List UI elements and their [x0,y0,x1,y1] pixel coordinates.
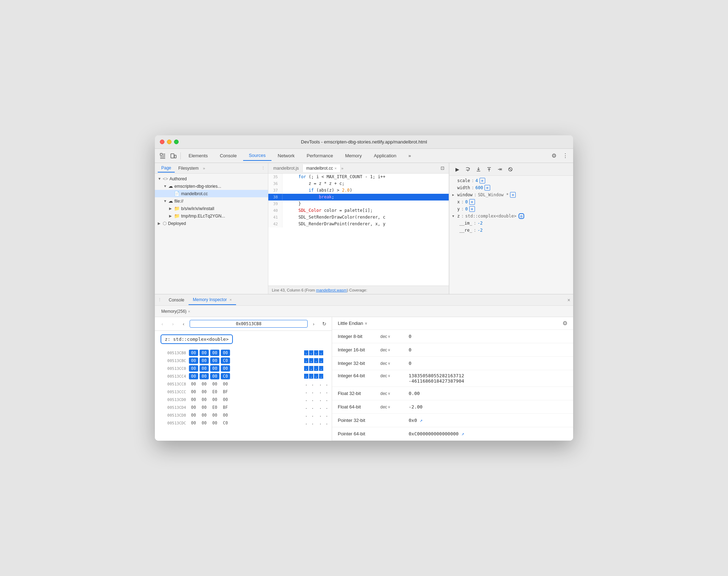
step-into-btn[interactable] [474,164,483,174]
code-line-41: 41 SDL_SetRenderDrawColor(renderer, c [268,214,449,221]
tree-label-emscripten: emscripten-dbg-stories... [174,184,221,189]
authored-icon: <> [163,176,168,181]
memory-nav: ‹ › ‹ 0x00513CB8 › ↻ [155,317,332,331]
hex-row-1: 00513CBC 00 00 00 C0 . . . . [155,357,332,365]
nav-right-btn[interactable]: › [309,319,318,328]
bottom-close-btn[interactable]: × [567,297,570,303]
var-icon-window[interactable]: ⊞ [510,192,516,198]
tree-arrow-authored: ▼ [158,177,163,181]
tree-emscripten[interactable]: ▼ ☁ emscripten-dbg-stories... [155,182,268,190]
hex-row-5: 00513CCC 00 00 E0 BF . . . . [155,388,332,396]
interp-ptr64: Pointer 64-bit 0xC000000000000000 ↗ [332,427,573,441]
code-tab-cc-close[interactable]: × [334,166,336,170]
nav-forward-btn[interactable]: › [168,319,178,328]
close-button[interactable] [160,140,164,144]
step-out-btn[interactable] [484,164,494,174]
endian-selector[interactable]: Little Endian ∨ [338,321,367,326]
svg-rect-0 [160,153,162,156]
var-icon-y[interactable]: ⊞ [469,206,475,212]
nav-left-btn[interactable]: ‹ [179,319,188,328]
folder-icon-tmp: 📁 [174,213,180,219]
ptr64-link[interactable]: ↗ [461,431,464,436]
code-tab-cc[interactable]: mandelbrot.cc × [303,164,341,172]
tab-console[interactable]: Console [164,295,189,305]
interp-float64: Float 64-bit dec ∨ -2.00 [332,400,573,414]
left-panel-more[interactable]: » [203,166,205,170]
code-line-37: 37 if (abs(z) > 2.0) [268,187,449,194]
tree-label-authored: Authored [169,176,187,181]
var-window: ▶ window : SDL_Window * ⊞ [449,191,573,198]
maximize-button[interactable] [174,140,179,144]
code-tabs: mandelbrot.js mandelbrot.cc × » ⊡ [268,163,449,174]
memory-tab-strip: Memory(256) × [155,306,573,317]
tree-install[interactable]: ▶ 📁 b/s/w/ir/x/w/install [155,205,268,212]
memory-tab-256[interactable]: Memory(256) × [158,307,194,315]
float64-format[interactable]: dec ∨ [380,405,409,410]
code-tab-more[interactable]: » [341,166,343,170]
memory-inspector-tab-close[interactable]: × [229,298,231,302]
more-options-icon[interactable]: ⋮ [560,151,570,161]
var-icon-z[interactable]: ⊞ [519,213,524,219]
hex-row-7: 00513CD4 00 00 E0 BF . . . . [155,403,332,411]
float32-format[interactable]: dec ∨ [380,391,409,396]
device-toolbar-icon[interactable] [168,151,178,161]
var-icon-scale[interactable]: ⊞ [480,178,485,183]
tree-file[interactable]: ▼ ☁ file:// [155,197,268,205]
bottom-tab-menu[interactable]: ⋮ [158,298,162,302]
settings-icon[interactable]: ⚙ [549,151,559,161]
left-panel-menu[interactable]: ⋮ [261,166,265,170]
tree-deployed[interactable]: ▶ ⬡ Deployed [155,220,268,227]
svg-line-15 [509,168,512,171]
var-scale: scale : 4 ⊞ [449,177,573,184]
deactivate-btn[interactable] [505,164,515,174]
int8-format[interactable]: dec ∨ [380,334,409,339]
code-line-39: 39 } [268,201,449,207]
tab-memory-inspector[interactable]: Memory Inspector × [189,295,236,305]
tab-network[interactable]: Network [272,151,301,160]
var-icon-x[interactable]: ⊞ [469,199,475,205]
tree-label-install: b/s/w/ir/x/w/install [181,206,214,211]
var-icon-width[interactable]: ⊞ [485,185,490,191]
step-over-btn[interactable] [463,164,473,174]
minimize-button[interactable] [167,140,172,144]
interp-settings-icon[interactable]: ⚙ [562,320,567,327]
code-tab-js[interactable]: mandelbrot.js [270,164,303,172]
nav-back-btn[interactable]: ‹ [158,319,167,328]
mandelbrot-wasm-link[interactable]: mandelbrot.wasm [316,288,347,292]
svg-rect-5 [171,154,174,158]
tab-more[interactable]: » [403,151,416,160]
tree-mandelbrot-cc[interactable]: 📄 mandelbrot.cc [155,190,268,197]
step-btn[interactable] [495,164,505,174]
refresh-btn[interactable]: ↻ [320,319,329,328]
int16-format[interactable]: dec ∨ [380,348,409,352]
inspect-element-icon[interactable] [158,151,168,161]
int32-format[interactable]: dec ∨ [380,361,409,366]
tree-authored[interactable]: ▼ <> Authored [155,175,268,182]
address-input[interactable]: 0x00513CB8 [190,320,308,328]
tab-memory[interactable]: Memory [340,151,368,160]
interp-int16: Integer 16-bit dec ∨ 0 [332,343,573,357]
tree-tmp[interactable]: ▶ 📁 tmp/tmp.ELcTq2YGN... [155,212,268,220]
tab-application[interactable]: Application [368,151,402,160]
split-editor-icon[interactable]: ⊡ [437,163,447,173]
ptr32-link[interactable]: ↗ [420,418,422,423]
resume-btn[interactable]: ▶ [452,164,462,174]
file-tree: ▼ <> Authored ▼ ☁ emscripten-dbg-stories… [155,174,268,294]
tab-elements[interactable]: Elements [183,151,213,160]
tab-console[interactable]: Console [214,151,242,160]
traffic-lights [160,140,179,144]
memory-tab-close[interactable]: × [188,309,190,314]
tab-performance[interactable]: Performance [301,151,338,160]
memory-hex-panel: ‹ › ‹ 0x00513CB8 › ↻ z: std::complex<dou… [155,317,332,441]
code-editor[interactable]: 35 for (; i < MAX_ITER_COUNT - 1; i++ 36… [268,174,449,286]
window-title: DevTools - emscripten-dbg-stories.netlif… [301,139,427,145]
int64-format[interactable]: dec ∨ [380,373,409,378]
hex-row-9: 00513CDC 00 00 00 C0 . . . . [155,419,332,427]
tab-filesystem[interactable]: Filesystem [175,164,202,172]
endian-chevron: ∨ [365,321,367,325]
tab-page[interactable]: Page [158,164,175,173]
devtools-window: DevTools - emscripten-dbg-stories.netlif… [155,135,573,441]
tab-sources[interactable]: Sources [243,151,271,161]
code-tab-cc-label: mandelbrot.cc [306,166,333,171]
tree-arrow-emscripten: ▼ [163,184,168,188]
